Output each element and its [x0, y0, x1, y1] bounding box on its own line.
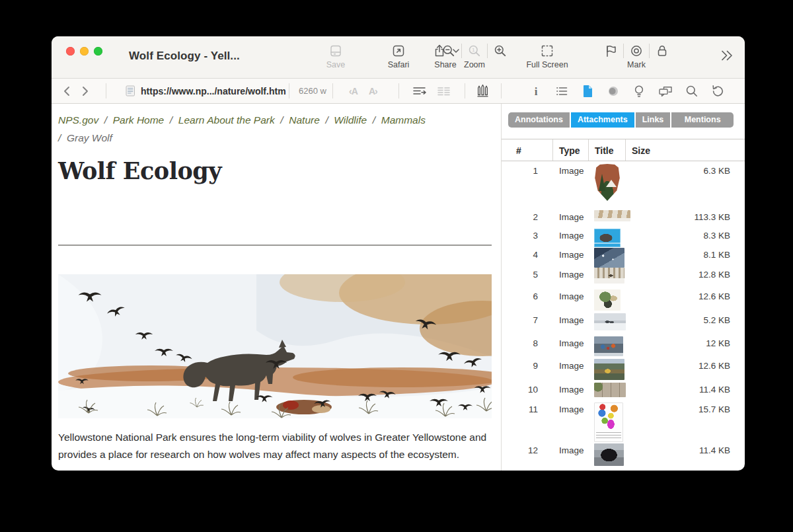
attachment-type: Image [559, 265, 594, 280]
history-refresh-icon[interactable] [710, 84, 725, 98]
attachment-size: 8.1 KB [635, 245, 745, 260]
fullscreen-icon [540, 42, 554, 59]
contrast-dot-icon[interactable] [606, 84, 621, 98]
thumbnail-territory-map[interactable] [594, 402, 623, 442]
attachment-size: 11.4 KB [635, 380, 745, 395]
save-button[interactable]: Save [306, 42, 365, 69]
sidebar-tabs: AnnotationsAttachmentsLinksMentions [508, 112, 734, 128]
reader-wrap-icon[interactable] [412, 79, 427, 103]
tab-links[interactable]: Links [636, 112, 671, 128]
attachment-size: 8.3 KB [635, 226, 745, 241]
thumbnail-group-people[interactable] [594, 336, 623, 356]
attachment-number: 2 [502, 208, 538, 222]
attachment-size: 15.7 KB [635, 400, 745, 414]
thumbnail-photo-collage[interactable] [594, 383, 626, 397]
divider-rule [58, 245, 492, 246]
record-circle-icon[interactable] [629, 44, 644, 58]
fullscreen-button[interactable]: Full Screen [514, 42, 580, 69]
tab-attachments[interactable]: Attachments [571, 112, 634, 128]
safari-icon [391, 42, 406, 59]
svg-text:1: 1 [472, 47, 474, 53]
zoom-window-button[interactable] [94, 47, 102, 56]
attachments-page-icon[interactable] [580, 84, 595, 98]
attachment-type: Image [559, 208, 594, 222]
back-button[interactable] [62, 79, 71, 103]
url-field[interactable]: https://www.np.../nature/wolf.htm [126, 79, 286, 103]
outline-list-icon[interactable] [554, 84, 569, 98]
flag-icon[interactable] [603, 44, 618, 58]
breadcrumb-link[interactable]: Wildlife [334, 114, 367, 126]
attachment-row[interactable]: 5 Image 12.8 KB [502, 265, 745, 287]
thumbnail-mountain-valley[interactable] [594, 359, 624, 380]
zoom-in-icon[interactable] [493, 44, 508, 58]
attachment-row[interactable]: 11 Image 15.7 KB [502, 400, 745, 441]
thumbnail-black-wolf[interactable] [594, 443, 624, 466]
header-size: Size [626, 139, 745, 161]
save-icon [328, 42, 343, 59]
attachment-size: 12.6 KB [635, 287, 745, 301]
breadcrumb-link[interactable]: Park Home [113, 114, 165, 126]
article-paragraph: Yellowstone National Park ensures the lo… [58, 429, 492, 463]
lightbulb-icon[interactable] [632, 84, 646, 98]
breadcrumb-link[interactable]: Nature [289, 114, 320, 126]
thumbnail-wolves-distant[interactable] [594, 313, 626, 330]
page-title: Wolf Ecology [58, 157, 492, 184]
attachment-row[interactable]: 2 Image 113.3 KB [502, 208, 745, 226]
url-text: https://www.np.../nature/wolf.htm [141, 86, 286, 96]
close-window-button[interactable] [66, 47, 75, 56]
attachment-row[interactable]: 12 Image 11.4 KB [502, 441, 745, 471]
tab-annotations[interactable]: Annotations [508, 112, 570, 128]
info-icon[interactable]: i [529, 84, 543, 98]
attachment-row[interactable]: 6 Image 12.6 KB [502, 287, 745, 311]
attachment-row[interactable]: 10 Image 11.4 KB [502, 380, 745, 400]
attachment-type: Image [559, 311, 594, 325]
attachment-number: 10 [502, 380, 538, 395]
attachment-row[interactable]: 3 Image 8.3 KB [502, 226, 745, 245]
increase-font-button[interactable]: A› [369, 79, 377, 103]
toolbar-overflow-icon[interactable] [718, 48, 735, 63]
word-count: 6260 w [294, 79, 331, 103]
header-title: Title [589, 139, 626, 161]
attachment-row[interactable]: 1 Image 6.3 KB [502, 161, 745, 208]
breadcrumb-link[interactable]: Learn About the Park [178, 114, 275, 126]
thumbnail-sketch-illustration[interactable] [594, 289, 621, 311]
breadcrumb-link[interactable]: NPS.gov [58, 114, 98, 126]
search-icon[interactable] [685, 84, 699, 98]
highlighter-pens-icon[interactable] [475, 79, 490, 103]
forward-button[interactable] [81, 79, 90, 103]
attachment-number: 3 [502, 226, 538, 241]
attachment-type: Image [559, 226, 594, 241]
attachment-number: 7 [502, 311, 538, 325]
thumbnail-winter-trees[interactable] [594, 268, 624, 284]
attachment-type: Image [559, 287, 594, 301]
window-title: Wolf Ecology - Yell... [129, 50, 240, 63]
attachment-number: 5 [502, 265, 538, 280]
decrease-font-button[interactable]: ‹A [349, 79, 358, 103]
page-document-icon [126, 85, 135, 96]
attachment-row[interactable]: 7 Image 5.2 KB [502, 311, 745, 334]
thumbnail-snowy-hillside[interactable] [594, 210, 630, 221]
thumbnail-blue-cover[interactable] [594, 229, 621, 247]
two-column-icon[interactable] [436, 79, 451, 103]
zoom-reset-icon[interactable]: 1 [467, 44, 482, 58]
article-pane: NPS.gov / Park Home / Learn About the Pa… [52, 104, 501, 471]
attachment-type: Image [559, 334, 594, 348]
attachment-row[interactable]: 8 Image 12 KB [502, 334, 745, 356]
breadcrumb-link[interactable]: Mammals [381, 114, 426, 126]
comments-icon[interactable] [658, 84, 673, 98]
attachment-size: 11.4 KB [635, 441, 745, 455]
minimize-window-button[interactable] [80, 47, 89, 56]
article-photo-wolf-and-magpies[interactable] [58, 274, 492, 418]
app-window: Wolf Ecology - Yell... Save Safari [52, 36, 745, 471]
attachment-number: 12 [502, 441, 538, 455]
zoom-out-icon[interactable] [441, 44, 456, 58]
thumbnail-nps-arrowhead-logo[interactable] [594, 164, 621, 201]
attachment-size: 12 KB [635, 334, 745, 348]
attachment-size: 5.2 KB [635, 311, 745, 325]
attachment-row[interactable]: 4 Image 8.1 KB [502, 245, 745, 265]
title-bar: Wolf Ecology - Yell... Save Safari [52, 36, 745, 79]
tab-mentions[interactable]: Mentions [671, 112, 734, 128]
attachment-row[interactable]: 9 Image 12.6 KB [502, 356, 745, 380]
attachment-type: Image [559, 441, 594, 455]
lock-icon[interactable] [655, 44, 669, 58]
